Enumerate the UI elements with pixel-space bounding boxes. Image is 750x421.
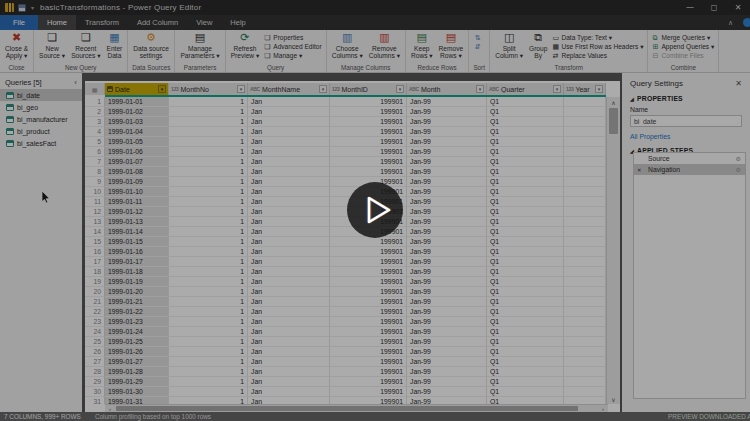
cell-month[interactable]: Jan-99 bbox=[407, 147, 487, 157]
tab-transform[interactable]: Transform bbox=[76, 15, 128, 30]
cell-year[interactable] bbox=[564, 387, 606, 397]
cell-month[interactable]: Jan-99 bbox=[407, 307, 487, 317]
merge-queries-button[interactable]: ⧉Merge Queries ▾ bbox=[652, 33, 714, 42]
cell-quarter[interactable]: Q1 bbox=[487, 147, 564, 157]
cell-monthno[interactable]: 1 bbox=[169, 387, 248, 397]
cell-quarter[interactable]: Q1 bbox=[487, 387, 564, 397]
cell-monthid[interactable]: 199901 bbox=[330, 127, 407, 137]
cell-monthno[interactable]: 1 bbox=[169, 337, 248, 347]
cell-monthname[interactable]: Jan bbox=[248, 277, 330, 287]
cell-quarter[interactable]: Q1 bbox=[487, 237, 564, 247]
cell-monthno[interactable]: 1 bbox=[169, 277, 248, 287]
cell-monthid[interactable]: 199901 bbox=[330, 167, 407, 177]
cell-date[interactable]: 1999-01-14 bbox=[105, 227, 169, 237]
tab-add-column[interactable]: Add Column bbox=[128, 15, 187, 30]
cell-year[interactable] bbox=[564, 287, 606, 297]
cell-quarter[interactable]: Q1 bbox=[487, 167, 564, 177]
use-first-row-as-headers-button[interactable]: ▦Use First Row as Headers ▾ bbox=[552, 42, 643, 51]
column-header-quarter[interactable]: ABCQuarter▾ bbox=[487, 83, 564, 95]
cell-monthname[interactable]: Jan bbox=[248, 237, 330, 247]
cell-date[interactable]: 1999-01-04 bbox=[105, 127, 169, 137]
keep-rows-button[interactable]: ▤Keep Rows ▾ bbox=[408, 31, 436, 59]
cell-quarter[interactable]: Q1 bbox=[487, 317, 564, 327]
cell-year[interactable] bbox=[564, 267, 606, 277]
cell-year[interactable] bbox=[564, 317, 606, 327]
applied-step-navigation[interactable]: ✕Navigation⚙ bbox=[634, 164, 745, 175]
cell-month[interactable]: Jan-99 bbox=[407, 217, 487, 227]
cell-month[interactable]: Jan-99 bbox=[407, 227, 487, 237]
cell-month[interactable]: Jan-99 bbox=[407, 207, 487, 217]
cell-date[interactable]: 1999-01-16 bbox=[105, 247, 169, 257]
cell-monthid[interactable]: 199901 bbox=[330, 157, 407, 167]
cell-date[interactable]: 1999-01-02 bbox=[105, 107, 169, 117]
cell-quarter[interactable]: Q1 bbox=[487, 397, 564, 404]
new-source-button[interactable]: ❏New Source ▾ bbox=[36, 31, 68, 59]
cell-year[interactable] bbox=[564, 147, 606, 157]
cell-year[interactable] bbox=[564, 187, 606, 197]
vertical-scrollbar[interactable]: ∧ ∨ bbox=[606, 97, 620, 404]
cell-date[interactable]: 1999-01-22 bbox=[105, 307, 169, 317]
cell-year[interactable] bbox=[564, 257, 606, 267]
cell-monthid[interactable]: 199901 bbox=[330, 357, 407, 367]
cell-year[interactable] bbox=[564, 397, 606, 404]
cell-month[interactable]: Jan-99 bbox=[407, 337, 487, 347]
cell-monthno[interactable]: 1 bbox=[169, 357, 248, 367]
row-number[interactable]: 14 bbox=[85, 227, 105, 237]
row-number[interactable]: 21 bbox=[85, 297, 105, 307]
cell-monthname[interactable]: Jan bbox=[248, 227, 330, 237]
cell-monthid[interactable]: 199901 bbox=[330, 337, 407, 347]
filter-dropdown-icon[interactable]: ▾ bbox=[595, 85, 603, 93]
help-badge-icon[interactable] bbox=[743, 18, 750, 27]
cell-date[interactable]: 1999-01-27 bbox=[105, 357, 169, 367]
step-settings-gear-icon[interactable]: ⚙ bbox=[736, 166, 741, 173]
cell-quarter[interactable]: Q1 bbox=[487, 327, 564, 337]
tab-view[interactable]: View bbox=[187, 15, 221, 30]
minimize-button[interactable]: — bbox=[678, 0, 702, 15]
row-number[interactable]: 12 bbox=[85, 207, 105, 217]
row-number[interactable]: 18 bbox=[85, 267, 105, 277]
cell-monthno[interactable]: 1 bbox=[169, 237, 248, 247]
cell-monthname[interactable]: Jan bbox=[248, 377, 330, 387]
cell-quarter[interactable]: Q1 bbox=[487, 307, 564, 317]
cell-monthid[interactable]: 199901 bbox=[330, 147, 407, 157]
cell-monthno[interactable]: 1 bbox=[169, 137, 248, 147]
remove-columns-button[interactable]: ▥Remove Columns ▾ bbox=[366, 31, 403, 59]
properties-button[interactable]: ❏Properties bbox=[264, 33, 321, 42]
cell-monthno[interactable]: 1 bbox=[169, 287, 248, 297]
tab-help[interactable]: Help bbox=[221, 15, 254, 30]
manage-button[interactable]: ❏Manage ▾ bbox=[264, 51, 321, 60]
row-number[interactable]: 6 bbox=[85, 147, 105, 157]
cell-monthno[interactable]: 1 bbox=[169, 247, 248, 257]
row-number[interactable]: 19 bbox=[85, 277, 105, 287]
cell-year[interactable] bbox=[564, 297, 606, 307]
vertical-scrollbar-thumb[interactable] bbox=[609, 108, 618, 134]
cell-year[interactable] bbox=[564, 327, 606, 337]
cell-month[interactable]: Jan-99 bbox=[407, 117, 487, 127]
row-number[interactable]: 11 bbox=[85, 197, 105, 207]
cell-quarter[interactable]: Q1 bbox=[487, 127, 564, 137]
cell-month[interactable]: Jan-99 bbox=[407, 387, 487, 397]
data-source-settings-button[interactable]: ⚙Data source settings bbox=[130, 31, 172, 59]
recent-sources-button[interactable]: ❏Recent Sources ▾ bbox=[68, 31, 103, 59]
cell-monthid[interactable]: 199901 bbox=[330, 327, 407, 337]
cell-year[interactable] bbox=[564, 277, 606, 287]
cell-year[interactable] bbox=[564, 127, 606, 137]
cell-monthname[interactable]: Jan bbox=[248, 107, 330, 117]
query-name-input[interactable] bbox=[630, 115, 742, 127]
row-number[interactable]: 25 bbox=[85, 337, 105, 347]
filter-dropdown-icon[interactable]: ▾ bbox=[396, 85, 404, 93]
cell-date[interactable]: 1999-01-26 bbox=[105, 347, 169, 357]
cell-monthname[interactable]: Jan bbox=[248, 147, 330, 157]
sort-ascending-icon[interactable]: ⇅ bbox=[472, 33, 486, 42]
row-number[interactable]: 16 bbox=[85, 247, 105, 257]
close-button[interactable]: ✕ bbox=[726, 0, 750, 15]
cell-monthname[interactable]: Jan bbox=[248, 217, 330, 227]
cell-date[interactable]: 1999-01-01 bbox=[105, 97, 169, 107]
cell-quarter[interactable]: Q1 bbox=[487, 217, 564, 227]
cell-year[interactable] bbox=[564, 157, 606, 167]
cell-date[interactable]: 1999-01-24 bbox=[105, 327, 169, 337]
cell-monthname[interactable]: Jan bbox=[248, 177, 330, 187]
column-header-year[interactable]: 123Year▾ bbox=[564, 83, 606, 95]
cell-monthno[interactable]: 1 bbox=[169, 207, 248, 217]
split-column-button[interactable]: ◫Split Column ▾ bbox=[492, 31, 526, 59]
